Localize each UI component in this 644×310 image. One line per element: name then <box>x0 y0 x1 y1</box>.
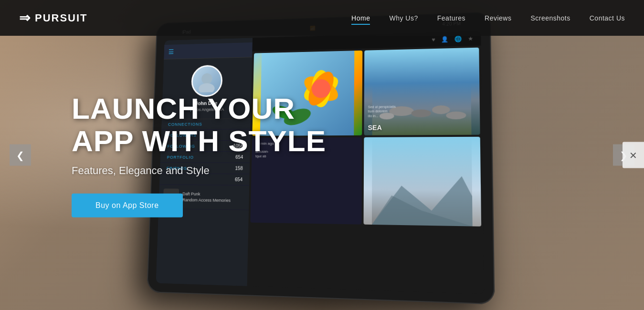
logo[interactable]: ⇒ PURSUIT <box>19 10 88 26</box>
logo-icon: ⇒ <box>19 10 31 26</box>
nav-item-whyus[interactable]: Why Us? <box>389 14 418 22</box>
nav-item-screenshots[interactable]: Screenshots <box>530 14 570 22</box>
hamburger-icon: ☰ <box>169 48 174 55</box>
navbar: ⇒ PURSUIT Home Why Us? Features Reviews … <box>0 0 644 36</box>
wrench-button[interactable]: ✕ <box>623 142 644 168</box>
nav-link-home[interactable]: Home <box>351 14 370 25</box>
nav-item-home[interactable]: Home <box>351 14 370 22</box>
nav-link-screenshots[interactable]: Screenshots <box>530 14 570 24</box>
app-sidebar-header: ☰ <box>164 42 253 60</box>
wrench-icon-symbol: ✕ <box>629 149 637 161</box>
heart-icon: ♥ <box>432 36 435 43</box>
hero-subtitle: Features, Elegance and Style <box>72 165 358 177</box>
hero-title: LAUNCH YOUR APP WITH STYLE <box>72 93 358 157</box>
photo-tile-sky <box>364 137 482 227</box>
photo-tile-sea: SEA Sed ut perspiciatistium doloremillo … <box>364 48 480 135</box>
nav-item-contact[interactable]: Contact Us <box>590 14 625 22</box>
nav-link-whyus[interactable]: Why Us? <box>389 14 418 24</box>
cta-button[interactable]: Buy on App Store <box>72 194 183 217</box>
nav-link-features[interactable]: Features <box>437 14 465 24</box>
nav-link-contact[interactable]: Contact Us <box>590 14 625 24</box>
sea-tile-body: Sed ut perspiciatistium doloremillo in..… <box>368 103 476 119</box>
nav-link-reviews[interactable]: Reviews <box>485 14 511 24</box>
logo-text: PURSUIT <box>35 12 88 24</box>
svg-rect-13 <box>372 48 472 135</box>
sea-tile-label: SEA <box>368 124 382 131</box>
hero-section: ⇒ PURSUIT Home Why Us? Features Reviews … <box>0 0 644 310</box>
star-icon: ★ <box>468 35 474 42</box>
nav-item-reviews[interactable]: Reviews <box>485 14 511 22</box>
svg-point-0 <box>201 73 212 84</box>
user-icon: 👤 <box>441 36 449 42</box>
nav-item-features[interactable]: Features <box>437 14 465 22</box>
svg-point-1 <box>199 83 215 93</box>
prev-arrow-icon: ❮ <box>16 149 24 161</box>
hero-text-block: LAUNCH YOUR APP WITH STYLE Features, Ele… <box>72 93 358 217</box>
nav-links: Home Why Us? Features Reviews Screenshot… <box>351 14 625 22</box>
globe-icon: 🌐 <box>454 36 462 42</box>
slider-prev-button[interactable]: ❮ <box>10 145 31 166</box>
